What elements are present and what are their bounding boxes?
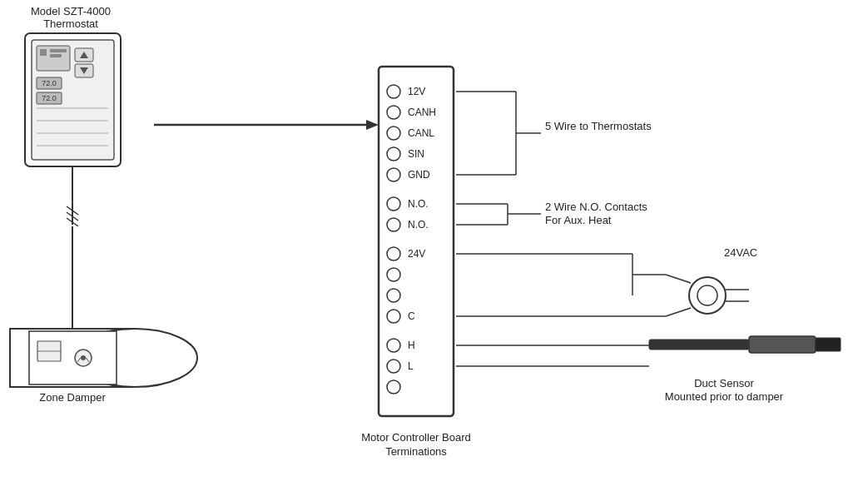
terminal-24v: 24V [408, 248, 425, 260]
svg-point-35 [387, 85, 400, 98]
thermostat-model: Model SZT-4000 [31, 5, 111, 17]
svg-point-30 [81, 355, 86, 360]
controller-label-1: Motor Controller Board [361, 431, 471, 444]
terminal-no2: N.O. [408, 219, 429, 231]
duct-sensor-label-1: Duct Sensor [694, 377, 754, 389]
svg-rect-71 [749, 336, 816, 353]
svg-point-37 [387, 126, 400, 140]
svg-text:72.0: 72.0 [42, 94, 57, 102]
svg-rect-72 [816, 338, 841, 351]
svg-point-48 [387, 380, 400, 394]
svg-rect-5 [50, 49, 67, 52]
terminal-h: H [408, 340, 415, 351]
terminal-12v: 12V [408, 86, 425, 97]
svg-point-39 [387, 168, 400, 181]
terminal-c: C [408, 310, 415, 322]
two-wire-label: 2 Wire N.O. Contacts [545, 201, 647, 213]
svg-point-45 [387, 310, 400, 323]
terminal-canl: CANL [408, 127, 434, 139]
terminal-no1: N.O. [408, 198, 429, 210]
svg-point-43 [387, 268, 400, 281]
thermostat-type: Thermostat [43, 17, 98, 30]
svg-point-40 [387, 197, 400, 211]
svg-point-65 [697, 285, 717, 305]
diagram-container: Model SZT-4000 Thermostat 72.0 72.0 [0, 0, 868, 491]
svg-text:72.0: 72.0 [42, 79, 57, 87]
terminal-canh: CANH [408, 107, 436, 118]
terminal-sin: SIN [408, 148, 424, 160]
svg-rect-6 [50, 54, 62, 57]
svg-point-47 [387, 360, 400, 373]
svg-rect-70 [649, 340, 749, 350]
five-wire-label: 5 Wire to Thermostats [545, 120, 652, 132]
svg-point-36 [387, 106, 400, 119]
terminal-gnd: GND [408, 169, 430, 181]
svg-rect-4 [40, 49, 47, 56]
svg-point-38 [387, 147, 400, 161]
zone-damper-label: Zone Damper [39, 391, 106, 404]
svg-point-41 [387, 218, 400, 231]
aux-heat-label: For Aux. Heat [545, 214, 612, 226]
svg-point-46 [387, 339, 400, 352]
svg-point-42 [387, 247, 400, 260]
controller-label-2: Terminations [385, 445, 447, 458]
vac-label: 24VAC [724, 246, 757, 259]
terminal-l: L [408, 360, 414, 372]
duct-sensor-label-2: Mounted prior to damper [665, 390, 784, 403]
svg-point-44 [387, 289, 400, 302]
